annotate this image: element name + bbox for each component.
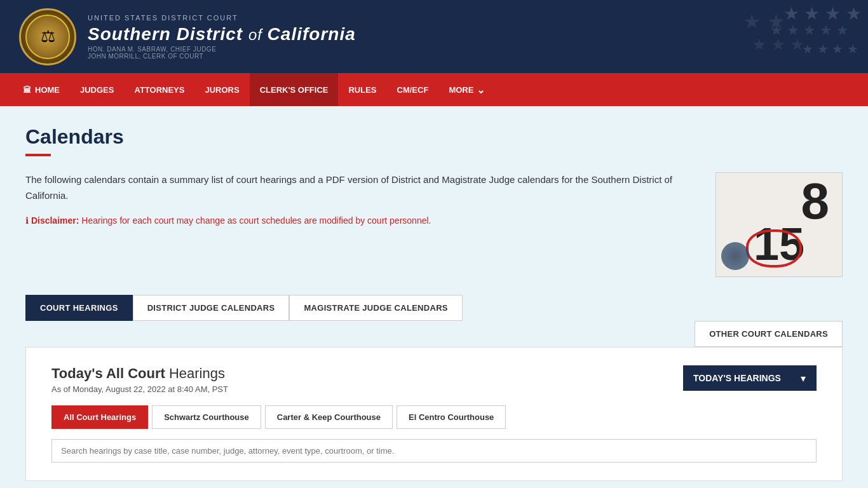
main-nav: 🏛 HOME JUDGES ATTORNEYS JURORS CLERK'S O… xyxy=(0,73,868,106)
site-header: ★ ★ ★ ★ ★ ★ ★ ★ ★ ★ ★ ★ ★ ★ ★ ★ ★ ★ ⚖ Un… xyxy=(0,0,868,73)
courthouse-tab-schwartz[interactable]: Schwartz Courthouse xyxy=(152,405,261,429)
hearings-header: Today's All Court Hearings As of Monday,… xyxy=(51,365,817,394)
nav-more[interactable]: MORE ⌄ xyxy=(438,73,495,106)
tab-court-hearings[interactable]: COURT HEARINGS xyxy=(25,295,133,321)
tab-other-calendars[interactable]: OTHER COURT CALENDARS xyxy=(695,321,843,347)
header-top-line: United States District Court xyxy=(88,14,356,22)
hearings-dropdown-select[interactable]: TODAY'S HEARINGS xyxy=(683,365,817,391)
courthouse-tab-all[interactable]: All Court Hearings xyxy=(51,405,148,429)
courthouse-tabs: All Court Hearings Schwartz Courthouse C… xyxy=(51,405,817,429)
hearings-as-of: As of Monday, August 22, 2022 at 8:40 AM… xyxy=(51,384,228,394)
search-input[interactable] xyxy=(51,439,817,463)
header-sub1: Hon. Dana M. Sabraw, Chief Judge xyxy=(88,46,356,53)
hearings-title-bold: Today's All Court xyxy=(51,365,165,381)
title-underline xyxy=(25,154,51,156)
nav-jurors[interactable]: JURORS xyxy=(194,73,249,106)
calendar-number-15: 15 xyxy=(754,221,804,267)
disclaimer-icon: ℹ xyxy=(25,215,31,226)
calendar-number-8: 8 xyxy=(801,176,830,227)
home-icon: 🏛 xyxy=(23,85,31,95)
header-text: United States District Court Southern Di… xyxy=(88,14,356,60)
hearings-title: Today's All Court Hearings xyxy=(51,365,228,382)
header-title-part2: California xyxy=(268,24,356,44)
chevron-down-icon: ⌄ xyxy=(477,84,485,96)
intro-section: The following calendars contain a summar… xyxy=(25,172,843,277)
hearings-title-block: Today's All Court Hearings As of Monday,… xyxy=(51,365,228,394)
page-title: Calendars xyxy=(25,125,843,149)
nav-judges[interactable]: JUDGES xyxy=(70,73,124,106)
header-main-title: Southern District of California xyxy=(88,23,356,44)
main-content: Calendars The following calendars contai… xyxy=(0,106,868,488)
nav-clerks-office[interactable]: CLERK'S OFFICE xyxy=(250,73,339,106)
tabs-row1: COURT HEARINGS DISTRICT JUDGE CALENDARS … xyxy=(25,295,843,321)
tabs-row2: OTHER COURT CALENDARS xyxy=(25,321,843,347)
disclaimer: ℹ Disclaimer: Hearings for each court ma… xyxy=(25,214,696,227)
disclaimer-text: Hearings for each court may change as co… xyxy=(81,215,431,226)
courthouse-tab-carter[interactable]: Carter & Keep Courthouse xyxy=(265,405,393,429)
nav-home[interactable]: 🏛 HOME xyxy=(13,73,70,106)
tab-magistrate-judge[interactable]: MAGISTRATE JUDGE CALENDARS xyxy=(289,295,462,321)
intro-text: The following calendars contain a summar… xyxy=(25,172,696,277)
nav-attorneys[interactable]: ATTORNEYS xyxy=(124,73,194,106)
hearings-panel: Today's All Court Hearings As of Monday,… xyxy=(25,347,843,481)
tabs-container: COURT HEARINGS DISTRICT JUDGE CALENDARS … xyxy=(25,295,843,347)
calendar-image: 8 15 xyxy=(715,172,843,277)
header-title-of: of xyxy=(248,26,268,43)
disclaimer-label: Disclaimer: xyxy=(31,215,79,226)
description-text: The following calendars contain a summar… xyxy=(25,172,696,204)
nav-rules[interactable]: RULES xyxy=(338,73,386,106)
court-seal: ⚖ xyxy=(19,8,76,65)
header-sub2: John Morrill, Clerk of Court xyxy=(88,53,356,60)
courthouse-tab-el-centro[interactable]: El Centro Courthouse xyxy=(397,405,506,429)
header-title-part1: Southern District xyxy=(88,24,248,44)
nav-cmecf[interactable]: CM/ECF xyxy=(387,73,439,106)
court-seal-small xyxy=(721,242,749,270)
tab-district-judge[interactable]: DISTRICT JUDGE CALENDARS xyxy=(133,295,290,321)
hearings-dropdown-wrapper[interactable]: TODAY'S HEARINGS ▾ xyxy=(683,365,817,391)
